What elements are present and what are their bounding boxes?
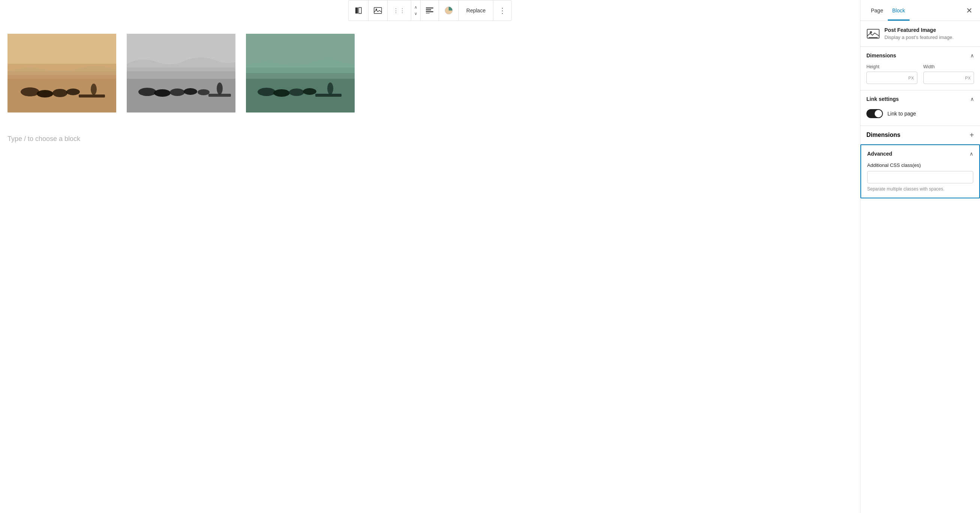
replace-button[interactable]: Replace: [459, 0, 493, 21]
featured-image-3: [246, 34, 355, 113]
svg-point-18: [91, 84, 97, 95]
dimensions-section: Dimensions Height PX Width PX: [861, 47, 980, 90]
svg-rect-1: [359, 8, 361, 13]
dimensions-collapse-icon: [970, 52, 974, 59]
dimensions2-section: Dimensions +: [861, 126, 980, 144]
svg-point-16: [66, 89, 80, 95]
advanced-section-body: Additional CSS class(es) Separate multip…: [861, 163, 979, 198]
svg-point-13: [21, 88, 39, 96]
svg-point-33: [273, 89, 290, 97]
width-input-wrapper: PX: [923, 72, 974, 84]
settings-sidebar: Page Block ✕ Post Featured Image Display…: [860, 0, 980, 513]
link-settings-header[interactable]: Link settings: [861, 90, 980, 108]
drag-handle[interactable]: ⋮⋮: [388, 0, 411, 21]
height-input[interactable]: [867, 72, 908, 84]
move-down-button[interactable]: ∨: [413, 11, 419, 17]
svg-rect-4: [426, 8, 433, 9]
svg-point-24: [170, 89, 185, 96]
tab-block[interactable]: Block: [888, 0, 910, 21]
width-input[interactable]: [924, 72, 966, 84]
advanced-section: Advanced Additional CSS class(es) Separa…: [861, 144, 980, 198]
svg-point-26: [197, 89, 210, 95]
more-options-button[interactable]: ⋮: [493, 0, 511, 21]
editor-canvas: ⋮⋮ ∧ ∨ Replace ⋮: [0, 0, 860, 513]
move-up-button[interactable]: ∧: [413, 4, 419, 11]
svg-rect-0: [355, 8, 358, 13]
svg-point-32: [258, 88, 275, 96]
align-toggle-button[interactable]: [348, 0, 369, 21]
advanced-section-header[interactable]: Advanced: [861, 145, 979, 163]
image-block-button[interactable]: [369, 0, 388, 21]
height-field: Height PX: [866, 64, 917, 84]
block-info-text: Post Featured Image Display a post's fea…: [885, 27, 954, 40]
images-area: [0, 34, 860, 113]
svg-rect-7: [426, 13, 430, 13]
dimensions2-header[interactable]: Dimensions +: [861, 126, 980, 144]
svg-rect-6: [426, 11, 433, 13]
svg-point-14: [37, 90, 53, 97]
block-toolbar: ⋮⋮ ∧ ∨ Replace ⋮: [348, 0, 512, 21]
width-field: Width PX: [923, 64, 974, 84]
svg-rect-17: [79, 94, 105, 97]
featured-image-2: [127, 34, 235, 113]
type-hint: Type / to choose a block: [8, 135, 80, 143]
link-to-page-toggle[interactable]: [866, 109, 883, 118]
dimensions-inputs-row: Height PX Width PX: [866, 64, 974, 84]
svg-point-28: [217, 83, 223, 94]
tab-page[interactable]: Page: [866, 0, 888, 21]
link-settings-body: Link to page: [861, 108, 980, 126]
svg-rect-11: [8, 34, 116, 64]
svg-point-25: [184, 88, 197, 95]
dimensions2-add-button[interactable]: +: [969, 131, 974, 139]
height-input-wrapper: PX: [866, 72, 917, 84]
svg-rect-2: [374, 8, 382, 13]
close-sidebar-button[interactable]: ✕: [965, 5, 974, 16]
dimensions-section-body: Height PX Width PX: [861, 64, 980, 90]
svg-point-35: [303, 88, 317, 95]
block-info-section: Post Featured Image Display a post's fea…: [861, 21, 980, 47]
svg-point-37: [327, 83, 333, 94]
featured-image-1: [8, 34, 116, 113]
svg-point-15: [52, 89, 67, 97]
css-class-input[interactable]: [867, 171, 973, 183]
svg-rect-38: [867, 29, 879, 38]
dimensions-section-header[interactable]: Dimensions: [861, 47, 980, 64]
svg-point-22: [138, 88, 156, 96]
svg-point-23: [154, 89, 170, 97]
alignment-button[interactable]: [421, 0, 439, 21]
color-button[interactable]: [439, 0, 459, 21]
advanced-collapse-icon: [969, 150, 973, 157]
link-settings-section: Link settings Link to page: [861, 90, 980, 126]
svg-rect-5: [426, 10, 431, 11]
block-type-icon: [866, 27, 880, 40]
svg-point-34: [289, 89, 304, 96]
svg-rect-36: [315, 94, 342, 97]
sidebar-tabs: Page Block ✕: [861, 0, 980, 21]
link-settings-collapse-icon: [970, 96, 974, 102]
link-to-page-row: Link to page: [866, 108, 974, 119]
